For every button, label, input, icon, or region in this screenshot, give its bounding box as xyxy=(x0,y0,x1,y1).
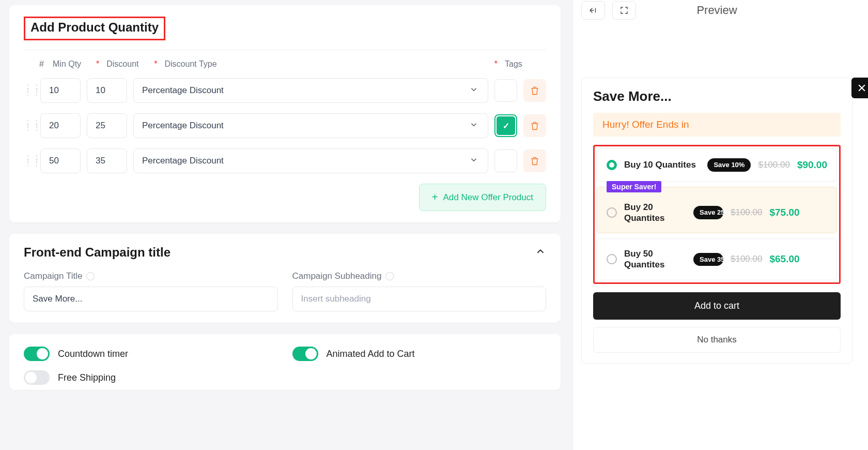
toggle-label: Countdown timer xyxy=(58,349,128,359)
product-quantity-section: Add Product Quantity # Min Qty* Discount… xyxy=(9,5,561,222)
save-badge: Save 35% xyxy=(693,253,723,266)
col-num: # xyxy=(39,59,48,69)
table-header: # Min Qty* Discount* Discount Type* Tags xyxy=(24,59,546,69)
tag-checkbox[interactable]: ✓ xyxy=(494,114,517,137)
quantity-row: ⋮⋮⋮⋮ Percentage Discount xyxy=(24,148,546,173)
info-icon xyxy=(86,272,95,280)
discount-type-select[interactable]: Percentage Discount xyxy=(133,148,488,173)
discount-type-select[interactable]: Percentage Discount xyxy=(133,113,488,138)
field-label: Campaign Subheading xyxy=(292,271,547,281)
chevron-down-icon xyxy=(469,155,478,167)
campaign-title-section: Front-end Campaign title Campaign Title … xyxy=(9,234,561,323)
drag-handle-icon[interactable]: ⋮⋮⋮⋮ xyxy=(24,122,34,130)
section-title-highlight: Add Product Quantity xyxy=(24,17,165,40)
discount-input[interactable] xyxy=(87,78,127,103)
tag-checkbox[interactable] xyxy=(494,79,517,102)
animated-add-to-cart-toggle[interactable] xyxy=(292,347,318,361)
save-badge: Save 25% xyxy=(693,206,723,219)
delete-row-button[interactable] xyxy=(523,149,546,172)
drag-handle-icon[interactable]: ⋮⋮⋮⋮ xyxy=(24,157,34,165)
delete-row-button[interactable] xyxy=(523,79,546,102)
add-offer-product-button[interactable]: + Add New Offer Product xyxy=(419,184,546,211)
save-badge: Save 10% xyxy=(707,158,751,172)
section-title: Add Product Quantity xyxy=(30,20,159,35)
campaign-title-input[interactable] xyxy=(24,287,278,311)
drag-handle-icon[interactable]: ⋮⋮⋮⋮ xyxy=(24,86,34,95)
close-preview-button[interactable] xyxy=(851,78,868,98)
offer-radio[interactable] xyxy=(607,254,617,264)
plus-icon: + xyxy=(432,191,438,203)
quantity-row: ⋮⋮⋮⋮ Percentage Discount ✓ xyxy=(24,113,546,138)
field-label: Campaign Title xyxy=(24,271,278,281)
campaign-subheading-input[interactable] xyxy=(292,287,547,311)
preview-title: Save More... xyxy=(593,88,841,104)
preview-label: Preview xyxy=(643,4,791,17)
delete-row-button[interactable] xyxy=(523,114,546,137)
col-discount: Discount xyxy=(106,59,147,69)
offer-option[interactable]: Buy 10 Quantites Save 10% $100.00 $90.00 xyxy=(597,148,837,182)
toggle-label: Free Shipping xyxy=(58,372,116,383)
back-button[interactable] xyxy=(581,1,605,20)
info-icon xyxy=(385,272,394,280)
expand-button[interactable] xyxy=(612,1,636,20)
offer-radio[interactable] xyxy=(607,160,617,170)
no-thanks-button[interactable]: No thanks xyxy=(593,327,841,353)
toggles-section: Countdown timer Animated Add to Cart Fre… xyxy=(9,334,561,390)
add-to-cart-button[interactable]: Add to cart xyxy=(593,292,841,320)
new-price: $75.00 xyxy=(769,207,799,218)
divider xyxy=(24,50,546,50)
section-title: Front-end Campaign title xyxy=(24,245,171,260)
new-price: $90.00 xyxy=(797,159,827,171)
min-qty-input[interactable] xyxy=(40,113,81,138)
countdown-timer-toggle[interactable] xyxy=(24,347,50,361)
tag-checkbox[interactable] xyxy=(494,149,517,172)
preview-card: Save More... Hurry! Offer Ends in Buy 10… xyxy=(581,78,853,364)
old-price: $100.00 xyxy=(731,207,762,218)
col-minqty: Min Qty xyxy=(53,59,89,69)
old-price: $100.00 xyxy=(731,254,762,264)
collapse-button[interactable] xyxy=(535,246,546,259)
discount-type-select[interactable]: Percentage Discount xyxy=(133,78,488,103)
offer-option[interactable]: Super Saver! Buy 20 Quantites Save 25% $… xyxy=(597,187,837,234)
discount-input[interactable] xyxy=(87,148,127,173)
offer-option[interactable]: Buy 50 Quantites Save 35% $100.00 $65.00 xyxy=(597,238,837,280)
offer-radio[interactable] xyxy=(607,207,617,218)
check-icon: ✓ xyxy=(503,121,509,131)
chevron-down-icon xyxy=(469,120,478,132)
min-qty-input[interactable] xyxy=(40,78,81,103)
super-saver-badge: Super Saver! xyxy=(607,181,661,192)
quantity-row: ⋮⋮⋮⋮ Percentage Discount xyxy=(24,78,546,103)
min-qty-input[interactable] xyxy=(40,148,81,173)
chevron-down-icon xyxy=(469,85,478,97)
toggle-label: Animated Add to Cart xyxy=(327,349,415,359)
discount-input[interactable] xyxy=(87,113,127,138)
new-price: $65.00 xyxy=(769,253,799,265)
offers-highlight: Buy 10 Quantites Save 10% $100.00 $90.00… xyxy=(593,145,841,284)
col-tags: Tags xyxy=(505,59,546,69)
old-price: $100.00 xyxy=(758,160,789,170)
countdown-banner: Hurry! Offer Ends in xyxy=(593,113,841,137)
free-shipping-toggle[interactable] xyxy=(24,370,50,385)
